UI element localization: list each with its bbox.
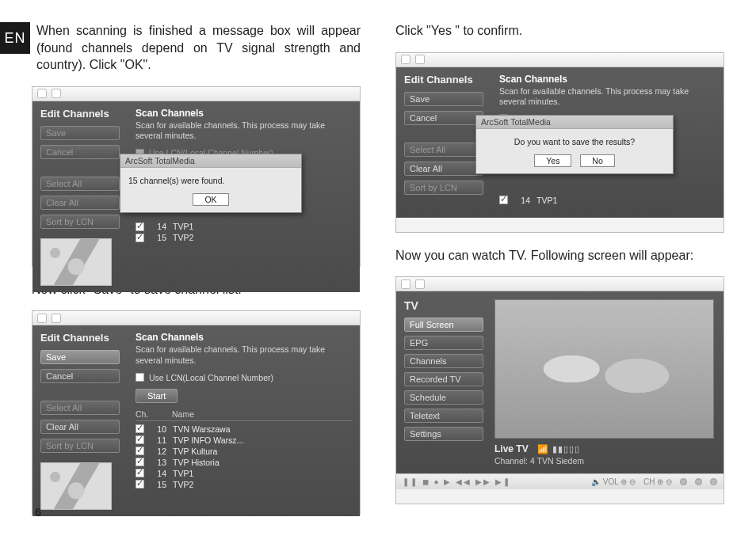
channel-name: TVP Kultura [173,447,352,456]
channel-name: TVN Warszawa [173,424,352,434]
instruction-text: Now you can watch TV. Following screen w… [395,247,724,264]
checkbox-icon[interactable] [136,424,144,433]
back-icon[interactable] [52,89,61,98]
cancel-button[interactable]: Cancel [40,369,120,383]
window-toolbar [32,87,360,101]
checkbox-icon[interactable] [136,469,144,477]
table-row[interactable]: 10TVN Warszawa [136,424,352,435]
player-controls: ❚❚ ◼ ● ▶ ◀◀ ▶▶ ▶❚ 🔈 VOL ⊕ ⊖ CH ⊕ ⊖ [396,473,724,489]
instruction-text: When scanning is finished a message box … [36,22,361,74]
channel-name: TVP Historia [173,458,352,467]
checkbox-icon[interactable] [499,196,508,204]
page-number: 6 [35,505,41,519]
back-icon[interactable] [52,314,61,323]
channel-name: TVP1 [173,222,352,231]
home-icon[interactable] [401,55,410,64]
vol-text: VOL [603,477,619,486]
table-row[interactable]: 11TVP INFO Warsz... [136,435,352,446]
section-title: Scan Channels [136,108,352,119]
channel-name: TVP1 [173,469,352,478]
save-button[interactable]: Save [40,350,120,364]
col-header-name: Name [172,409,194,419]
right-column: Click "Yes " to confirm. Edit Channels S… [395,22,724,520]
instruction-text: Click "Yes " to confirm. [395,22,724,40]
checkbox-icon[interactable] [136,435,144,444]
select-all-button[interactable]: Select All [40,177,120,191]
table-row[interactable]: 12TVP Kultura [136,446,352,457]
checkbox-icon[interactable] [136,234,144,242]
menu-schedule[interactable]: Schedule [404,390,483,405]
save-button[interactable]: Save [40,126,120,140]
select-all-button[interactable]: Select All [404,143,483,157]
channel-number: 15 [151,233,166,242]
live-tv-label: Live TV [494,443,529,454]
checkbox-icon[interactable] [136,458,144,466]
preview-thumbnail [40,462,112,510]
back-icon[interactable] [415,55,425,64]
use-lcn-label: Use LCN(Local Channel Number) [149,373,273,382]
use-lcn-checkbox[interactable] [136,373,144,382]
no-button[interactable]: No [580,154,614,167]
section-title: Scan Channels [499,74,716,85]
menu-settings[interactable]: Settings [404,427,483,441]
checkbox-icon[interactable] [136,447,144,455]
playback-buttons[interactable]: ❚❚ ◼ ● ▶ ◀◀ ▶▶ ▶❚ [403,477,511,486]
section-title: Scan Channels [136,332,352,343]
menu-epg[interactable]: EPG [404,336,483,350]
menu-teletext[interactable]: Teletext [404,409,483,423]
screenshot-scan-complete: Edit Channels Save Cancel Select All Cle… [32,86,361,267]
channel-info: Channel: 4 TVN Siedem [494,456,714,466]
home-icon[interactable] [37,89,47,98]
status-dot-icon [695,478,702,485]
video-area[interactable] [494,299,714,439]
home-icon[interactable] [37,314,47,323]
ok-button[interactable]: OK [193,193,228,206]
clear-all-button[interactable]: Clear All [40,420,120,434]
window-toolbar [32,311,360,325]
section-description: Scan for available channels. This proces… [136,120,352,142]
dialog-message: Do you want to save the results? [476,129,673,153]
menu-channels[interactable]: Channels [404,354,483,368]
channel-name: TVP2 [173,233,352,242]
channel-name: TVP INFO Warsz... [173,435,352,445]
signal-bars: ▮▮▯▯▯ [552,444,580,454]
menu-recorded-tv[interactable]: Recorded TV [404,372,483,386]
select-all-button[interactable]: Select All [40,401,120,415]
channel-label: CH ⊕ ⊖ [643,477,672,486]
checkbox-icon[interactable] [136,222,144,231]
cancel-button[interactable]: Cancel [404,111,483,125]
section-description: Scan for available channels. This proces… [499,86,716,108]
table-row: 14TVP1 [136,221,352,232]
home-icon[interactable] [401,279,410,289]
table-row[interactable]: 13TVP Historia [136,457,352,468]
table-row[interactable]: 14TVP1 [136,468,352,479]
sort-by-lcn-button[interactable]: Sort by LCN [40,439,120,453]
col-header-ch: Ch. [136,409,161,419]
table-row[interactable]: 15TVP2 [136,479,352,490]
cancel-button[interactable]: Cancel [40,145,120,159]
start-button[interactable]: Start [136,389,178,403]
window-toolbar [396,53,724,67]
tv-title: TV [404,299,483,312]
status-dot-icon [710,478,717,485]
menu-full-screen[interactable]: Full Screen [404,317,483,332]
back-icon[interactable] [415,279,425,289]
channel-number: 14 [151,469,166,478]
clear-all-button[interactable]: Clear All [40,196,120,210]
channel-name: TVP1 [536,196,716,205]
yes-button[interactable]: Yes [534,154,571,167]
language-badge: EN [0,22,30,54]
dialog-message: 15 channel(s) were found. [120,168,301,192]
checkbox-icon[interactable] [136,480,144,488]
volume-label: 🔈 VOL ⊕ ⊖ [591,477,636,486]
sort-by-lcn-button[interactable]: Sort by LCN [404,181,483,195]
clear-all-button[interactable]: Clear All [404,162,483,176]
table-row: 15TVP2 [136,232,352,243]
save-button[interactable]: Save [404,92,483,106]
sort-by-lcn-button[interactable]: Sort by LCN [40,215,120,229]
screenshot-tv-player: TV Full Screen EPG Channels Recorded TV … [395,276,724,504]
channel-number: 11 [151,435,166,445]
screenshot-save-channels: Edit Channels Save Cancel Select All Cle… [32,310,361,515]
channel-name: TVP2 [173,480,352,489]
channel-number: 15 [151,480,166,489]
